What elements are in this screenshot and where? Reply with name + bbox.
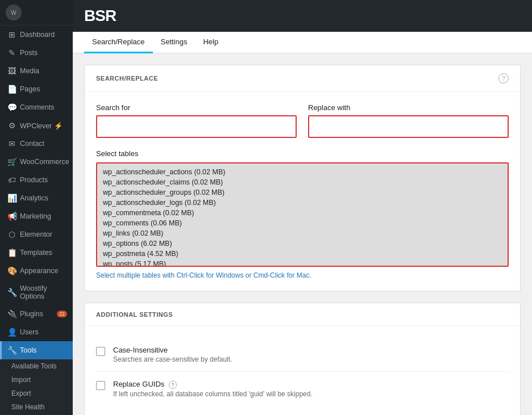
sidebar-item-label: Products [20, 176, 48, 184]
sidebar-item-import[interactable]: Import [0, 373, 73, 387]
sidebar-item-label: Pages [20, 85, 40, 93]
sidebar-item-templates[interactable]: 📋 Templates [0, 244, 73, 262]
plugins-icon: 🔌 [7, 309, 16, 318]
submenu-label: Import [11, 376, 31, 384]
tab-settings[interactable]: Settings [153, 32, 196, 53]
additional-settings-body: Case-Insensitive Searches are case-sensi… [85, 326, 520, 415]
help-icon[interactable]: ? [498, 73, 509, 83]
search-input[interactable] [96, 115, 297, 138]
additional-settings-title: ADDITIONAL SETTINGS [96, 311, 173, 318]
card-title: SEARCH/REPLACE [96, 75, 158, 82]
sidebar-item-label: Posts [20, 49, 38, 57]
pages-icon: 📄 [7, 85, 16, 94]
sidebar-item-media[interactable]: 🖼 Media [0, 62, 73, 80]
media-icon: 🖼 [7, 66, 16, 76]
tab-search-replace[interactable]: Search/Replace [84, 32, 153, 53]
sidebar-item-wpclever[interactable]: ⚙ WPClever ⚡ [0, 116, 73, 135]
replace-guids-help-icon[interactable]: ? [169, 381, 177, 389]
sidebar-item-label: Appearance [20, 267, 58, 275]
wordpress-icon: W [6, 5, 22, 20]
tables-label: Select tables [96, 149, 509, 158]
posts-icon: ✎ [7, 48, 16, 57]
plugins-badge: 22 [57, 311, 67, 317]
submenu-label: Export [11, 389, 31, 397]
sidebar-item-label: WPClever ⚡ [20, 121, 63, 130]
additional-settings-header: ADDITIONAL SETTINGS [85, 303, 520, 326]
sidebar-item-label: Contact [20, 140, 44, 148]
sidebar-item-label: Marketing [20, 212, 51, 220]
sidebar-item-label: Elementor [20, 230, 52, 238]
marketing-icon: 📢 [7, 212, 16, 221]
search-label: Search for [96, 103, 297, 112]
search-replace-card: SEARCH/REPLACE ? Search for Replace with [84, 65, 521, 291]
replace-guids-checkbox[interactable] [96, 381, 105, 390]
replace-input[interactable] [308, 115, 509, 138]
case-insensitive-label: Case-Insensitive [113, 346, 232, 354]
submenu-label: Available Tools [11, 362, 57, 370]
sidebar-item-label: WooCommerce [20, 158, 69, 166]
sidebar-item-appearance[interactable]: 🎨 Appearance [0, 262, 73, 280]
sidebar-item-products[interactable]: 🏷 Products [0, 171, 73, 189]
case-insensitive-checkbox[interactable] [96, 347, 105, 356]
sidebar-item-tools[interactable]: 🔧 Tools [0, 341, 73, 359]
case-insensitive-row: Case-Insensitive Searches are case-sensi… [96, 338, 509, 372]
users-icon: 👤 [7, 328, 16, 337]
case-insensitive-text: Case-Insensitive Searches are case-sensi… [113, 346, 232, 363]
sidebar-item-elementor[interactable]: ⬡ Elementor [0, 225, 73, 244]
tab-help[interactable]: Help [195, 32, 226, 53]
fields-row: Search for Replace with [96, 103, 509, 138]
sidebar-item-woostify[interactable]: 🔧 Woostify Options [0, 280, 73, 305]
sidebar-item-marketing[interactable]: 📢 Marketing [0, 207, 73, 225]
products-icon: 🏷 [7, 175, 16, 185]
sidebar-item-label: Plugins [20, 310, 43, 318]
sidebar-item-pages[interactable]: 📄 Pages [0, 80, 73, 98]
submenu-label: Site Health [11, 403, 45, 411]
sidebar-item-label: Tools [20, 346, 36, 354]
sidebar-item-contact[interactable]: ✉ Contact [0, 135, 73, 153]
contact-icon: ✉ [7, 139, 16, 148]
main-content: BSR Search/Replace Settings Help SEARCH/… [73, 0, 532, 415]
appearance-icon: 🎨 [7, 266, 16, 275]
comments-icon: 💬 [7, 103, 16, 112]
elementor-icon: ⬡ [7, 230, 16, 239]
sidebar: W ⊞ Dashboard ✎ Posts 🖼 Media 📄 Pages 💬 … [0, 0, 73, 415]
content-area: SEARCH/REPLACE ? Search for Replace with [73, 53, 532, 415]
sidebar-item-site-health[interactable]: Site Health [0, 400, 73, 414]
sidebar-item-label: Dashboard [20, 31, 55, 39]
sidebar-item-analytics[interactable]: 📊 Analytics [0, 189, 73, 207]
tables-hint: Select multiple tables with Ctrl-Click f… [96, 271, 509, 279]
sidebar-item-plugins[interactable]: 🔌 Plugins 22 [0, 305, 73, 323]
sidebar-item-label: Users [20, 328, 39, 336]
analytics-icon: 📊 [7, 194, 16, 203]
sidebar-item-woocommerce[interactable]: 🛒 WooCommerce [0, 153, 73, 171]
dashboard-icon: ⊞ [7, 30, 16, 39]
sidebar-item-posts[interactable]: ✎ Posts [0, 44, 73, 62]
sidebar-item-users[interactable]: 👤 Users [0, 323, 73, 341]
sidebar-item-label: Media [20, 67, 39, 75]
sidebar-item-available-tools[interactable]: Available Tools [0, 359, 73, 373]
tables-wrapper: wp_actionscheduler_actions (0.02 MB)wp_a… [96, 162, 509, 267]
case-insensitive-description: Searches are case-sensitive by default. [113, 355, 232, 363]
replace-field-group: Replace with [308, 103, 509, 138]
sidebar-item-label: Woostify Options [20, 284, 67, 300]
sidebar-item-label: Analytics [20, 194, 48, 202]
wpclever-icon: ⚙ [7, 121, 16, 130]
replace-guids-row: Replace GUIDs ? If left unchecked, all d… [96, 372, 509, 406]
templates-icon: 📋 [7, 248, 16, 257]
tables-select[interactable]: wp_actionscheduler_actions (0.02 MB)wp_a… [97, 164, 508, 266]
sidebar-item-export[interactable]: Export [0, 387, 73, 400]
tables-select-group: Select tables wp_actionscheduler_actions… [96, 149, 509, 279]
additional-settings-card: ADDITIONAL SETTINGS Case-Insensitive Sea… [84, 303, 521, 415]
woocommerce-icon: 🛒 [7, 157, 16, 166]
tools-submenu: Available Tools Import Export Site Healt… [0, 359, 73, 415]
search-field-group: Search for [96, 103, 297, 138]
sidebar-logo: W [0, 0, 73, 26]
replace-guids-text: Replace GUIDs ? If left unchecked, all d… [113, 380, 313, 398]
plugin-logo: BSR [84, 7, 116, 25]
sidebar-item-label: Templates [20, 249, 52, 257]
sidebar-item-dashboard[interactable]: ⊞ Dashboard [0, 26, 73, 44]
plugin-header: BSR [73, 0, 532, 32]
sidebar-item-label: Comments [20, 103, 54, 111]
woostify-icon: 🔧 [7, 288, 16, 297]
sidebar-item-comments[interactable]: 💬 Comments [0, 98, 73, 116]
